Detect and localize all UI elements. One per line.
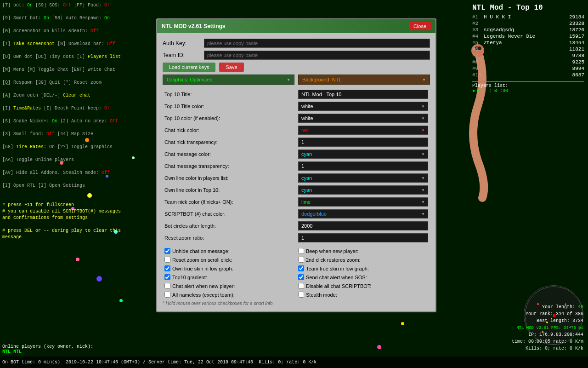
send-sos-checkbox[interactable] [298,274,304,280]
beep-player-label: Beep when new player: [306,248,358,254]
table-row: Unhide chat on message: Beep when new pl… [163,247,430,255]
table-row: Top10 gradient: Send chat alert when SOS… [163,273,430,282]
team-id-label: Team ID: [163,52,204,58]
checkbox-cell: 2nd click restores zoom: [296,255,430,264]
all-nameless-label: All nameless (except team): [172,292,235,298]
top10-color-value: white [301,115,313,121]
team-nick-color-select[interactable]: lime ▼ [298,197,428,207]
auth-key-input[interactable] [204,39,430,48]
scriptbot-color-select[interactable]: dodgerblue ▼ [298,209,428,218]
food-dot [71,207,74,210]
chat-nick-transparency-input[interactable] [298,138,428,147]
disable-scriptbot-checkbox[interactable] [298,283,304,289]
setting-label: Chat message transparency: [163,160,296,172]
auth-key-label: Auth Key: [163,40,204,46]
chat-nick-color-select[interactable]: red ▼ [298,126,428,135]
stealth-mode-label: Stealth mode: [306,292,337,298]
load-keys-button[interactable]: Load current keys [163,63,215,72]
setting-value: lime ▼ [296,196,430,208]
food-dot [106,175,108,178]
table-row: Reset zoom on scroll click: 2nd click re… [163,255,430,264]
settings-modal: NTL MOD v2.61 Settings Close Auth Key: T… [156,18,436,312]
top10-color-select[interactable]: white ▼ [298,114,428,123]
background-dropdown[interactable]: Background: NTL ▼ [298,75,430,85]
top10-entry-10: #10 8687 [472,72,584,78]
kills-status: Kills: 0; rate: 0 K/k [259,360,317,365]
top10-gradient-label: Top10 gradient: [172,275,207,280]
reset-zoom-scroll-checkbox[interactable] [164,257,170,263]
2nd-click-checkbox[interactable] [298,257,304,263]
top10-title-input[interactable] [298,90,428,99]
own-line-top10-select[interactable]: cyan ▼ [298,185,428,195]
table-row: Chat message color: cyan ▼ [163,148,430,160]
select-arrow-icon: ▼ [421,128,425,132]
scriptbot-color-value: dodgerblue [301,211,327,217]
chat-msg-transparency-input[interactable] [298,161,428,171]
team-id-input[interactable] [204,51,430,60]
top10-gradient-checkbox[interactable] [164,274,170,280]
fps-text: NTL MOD v2.61 FPS: 34 76 ms [516,326,583,330]
own-skin-low-row: Own true skin in low graph: [164,265,294,271]
checkbox-cell: Reset zoom on scroll click: [163,255,296,264]
top10-entry-6: #6 11821 [472,46,584,52]
chat-msg-color-select[interactable]: cyan ▼ [298,150,428,159]
top10-name: sdgsadgsdg [484,27,569,33]
time-line: time: 00:00:05 rate: 0 K/m [473,338,583,345]
select-arrow-icon: ▼ [421,176,425,180]
own-line-players-select[interactable]: cyan ▼ [298,173,428,183]
reset-zoom-scroll-label: Reset zoom on scroll click: [172,257,232,263]
unhide-chat-checkbox[interactable] [164,248,170,254]
close-button[interactable]: Close [409,22,431,30]
setting-label: Team nick color (if nicks+ ON): [163,196,296,208]
top10-rank: #3 [472,27,484,33]
bot-circles-input[interactable] [298,221,428,230]
background-arrow-icon: ▼ [422,78,426,82]
top10-score: 13464 [569,40,584,46]
setting-label: Top 10 Title: [163,88,296,100]
table-row: SCRIPTBOT (#) chat color: dodgerblue ▼ [163,208,430,220]
own-skin-low-checkbox[interactable] [164,265,170,271]
setting-label: Bot circles after length: [163,220,296,232]
stealth-mode-checkbox[interactable] [298,292,304,298]
table-row: Chat nick transparency: [163,136,430,148]
title-color-select[interactable]: white ▼ [298,102,428,111]
team-skin-low-checkbox[interactable] [298,265,304,271]
team-id-row: Team ID: [163,51,430,60]
save-button[interactable]: Save [219,63,243,72]
food-dot [401,322,404,325]
setting-value [296,160,430,172]
ntl-entry: ● NTL : B :30 [472,88,508,93]
top10-list: #1 H U K K I 29184 #2 23328 #3 sdgsadgsd… [472,14,584,78]
reset-zoom-input[interactable] [298,233,428,242]
table-row: Chat message transparency: [163,160,430,172]
select-arrow-icon: ▼ [421,188,425,192]
best-length-label: Best length: [537,318,572,323]
table-row: Reset zoom ratio: [163,232,430,244]
select-arrow-icon: ▼ [421,212,425,216]
table-row: Chat alert when new player: Disable all … [163,282,430,290]
graphics-dropdown[interactable]: Graphics: Optimized ▼ [163,75,294,85]
top10-rank: #2 [472,21,484,26]
chat-alert-player-checkbox[interactable] [164,283,170,289]
setting-value [296,136,430,148]
setting-label: Own line color in Top 10: [163,184,296,196]
beep-player-checkbox[interactable] [298,248,304,254]
top10-name [484,59,572,65]
bot-time: On BOT time: 0 min(s) [2,360,60,365]
top10-rank: #6 [472,46,484,52]
setting-value: white ▼ [296,100,430,112]
top10-name [484,72,572,78]
setting-value [296,220,430,232]
stats-panel: Your length: 40 Your rank: 314 of 386 Be… [473,304,583,352]
setting-value: white ▼ [296,112,430,124]
top10-name: H U K K I [484,14,569,20]
fps-line: NTL MOD v2.61 FPS: 34 76 ms [473,324,583,332]
status-bar: On BOT time: 0 min(s) 2019-10-22 10:47:4… [0,356,588,368]
top10-gradient-row: Top10 gradient: [164,274,294,280]
all-nameless-checkbox[interactable] [164,292,170,298]
your-rank-line: Your rank: 314 of 386 [473,310,583,317]
select-arrow-icon: ▼ [421,152,425,156]
server-time: 2019-10-22 10:47:46 (GMT+3) / Server tim… [66,360,253,365]
setting-label: Chat message color: [163,148,296,160]
food-dot [76,258,79,261]
